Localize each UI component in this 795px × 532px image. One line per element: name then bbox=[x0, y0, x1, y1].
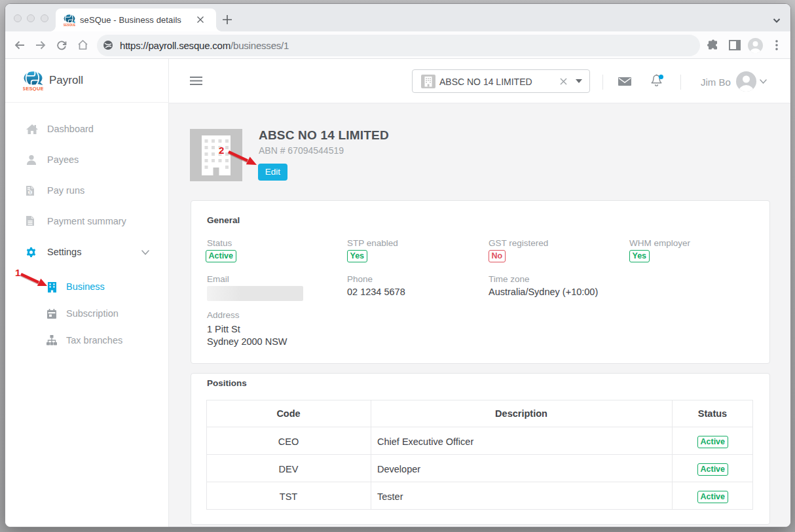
svg-text:SESQUE: SESQUE bbox=[64, 24, 75, 26]
svg-text:SESQUE: SESQUE bbox=[23, 86, 43, 91]
